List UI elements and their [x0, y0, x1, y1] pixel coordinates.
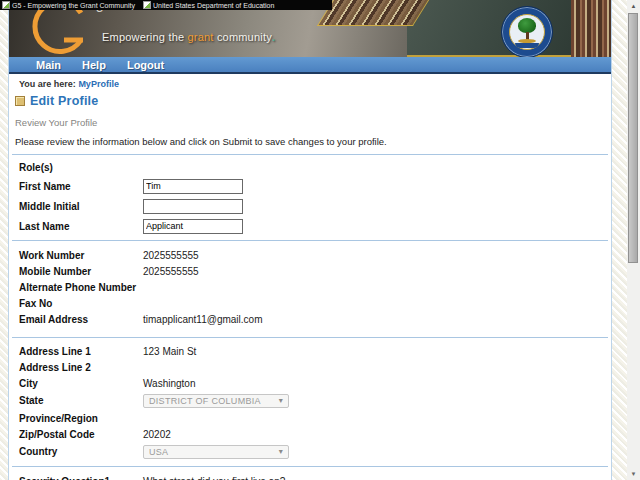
- breadcrumb-prefix: You are here:: [19, 79, 76, 89]
- field-label: Address Line 1: [19, 346, 143, 357]
- country-select-value: USA: [149, 447, 168, 457]
- field-label: Alternate Phone Number: [19, 282, 143, 293]
- g5-application-window: 5 Empowering the grant community. Main H…: [0, 0, 640, 480]
- section-heading: Review Your Profile: [9, 108, 611, 128]
- field-work-number: Work Number 2025555555: [19, 247, 611, 263]
- field-country: Country USA ▾: [19, 442, 611, 461]
- field-label: Middle Initial: [19, 201, 143, 212]
- state-select[interactable]: DISTRICT OF COLUMBIA ▾: [143, 394, 289, 408]
- title-entry-g5: G5 - Empowering the Grant Community: [2, 1, 135, 9]
- scroll-down-icon[interactable]: ▼: [627, 469, 640, 479]
- department-of-education-seal-icon: [501, 6, 553, 57]
- field-label: Work Number: [19, 250, 143, 261]
- breadcrumb: You are here: MyProfile: [9, 74, 611, 90]
- field-value: What street did you first live on?: [143, 476, 285, 480]
- main-navigation-bar: Main Help Logout: [9, 57, 611, 74]
- field-address-line-1: Address Line 1 123 Main St: [19, 343, 611, 359]
- field-zip-postal-code: Zip/Postal Code 20202: [19, 426, 611, 442]
- field-city: City Washington: [19, 375, 611, 391]
- title-entry-label: G5 - Empowering the Grant Community: [12, 2, 135, 9]
- field-label: Role(s): [19, 162, 143, 173]
- last-name-input[interactable]: [143, 219, 243, 234]
- field-label: City: [19, 378, 143, 389]
- field-value: timapplicant11@gmail.com: [143, 314, 262, 325]
- field-value: 123 Main St: [143, 346, 196, 357]
- title-entry-ed: United States Department of Education: [143, 1, 274, 9]
- seal-banner: [515, 43, 539, 48]
- broken-image-icon: [143, 1, 151, 9]
- contact-section: Work Number 2025555555 Mobile Number 202…: [9, 241, 611, 337]
- scrollbar-thumb[interactable]: [628, 13, 638, 263]
- header-tagline: Empowering the grant community.: [102, 31, 275, 43]
- tagline-post: community: [214, 31, 272, 43]
- name-section: Role(s) First Name Middle Initial Last N…: [9, 155, 611, 240]
- chalkboard-background: [407, 0, 579, 57]
- field-label: Email Address: [19, 314, 143, 325]
- page-title: Edit Profile: [30, 94, 98, 108]
- nav-item-main[interactable]: Main: [36, 59, 61, 71]
- field-mobile-number: Mobile Number 2025555555: [19, 263, 611, 279]
- main-content-column: 5 Empowering the grant community. Main H…: [8, 0, 612, 480]
- address-section: Address Line 1 123 Main St Address Line …: [9, 338, 611, 466]
- field-label: Address Line 2: [19, 362, 143, 373]
- tagline-period: .: [272, 31, 275, 43]
- field-label: Fax No: [19, 298, 143, 309]
- bullet-square-icon: [15, 96, 25, 106]
- broken-image-icon: [2, 1, 10, 9]
- tagline-pre: Empowering the: [102, 31, 188, 43]
- seal-inner-circle: [509, 14, 545, 50]
- seal-tree-foliage: [518, 18, 536, 33]
- field-value: 2025555555: [143, 250, 199, 261]
- field-label: Security Question1: [19, 476, 143, 480]
- page-title-row: Edit Profile: [9, 90, 611, 108]
- nav-item-help[interactable]: Help: [82, 59, 106, 71]
- field-label: Country: [19, 446, 143, 457]
- field-middle-initial: Middle Initial: [19, 196, 611, 216]
- field-address-line-2: Address Line 2: [19, 359, 611, 375]
- field-roles: Role(s): [19, 158, 611, 176]
- field-label: Last Name: [19, 221, 143, 232]
- title-entry-label: United States Department of Education: [153, 2, 274, 9]
- field-label: First Name: [19, 181, 143, 192]
- field-fax-no: Fax No: [19, 295, 611, 311]
- instruction-text: Please review the information below and …: [9, 128, 611, 154]
- breadcrumb-link-myprofile[interactable]: MyProfile: [78, 79, 119, 89]
- window-title-strip: G5 - Empowering the Grant Community Unit…: [0, 0, 332, 10]
- field-label: Province/Region: [19, 413, 143, 424]
- field-label: State: [19, 395, 143, 406]
- field-email-address: Email Address timapplicant11@gmail.com: [19, 311, 611, 327]
- field-province-region: Province/Region: [19, 410, 611, 426]
- nav-item-logout[interactable]: Logout: [127, 59, 164, 71]
- field-value: 2025555555: [143, 266, 199, 277]
- field-last-name: Last Name: [19, 216, 611, 236]
- vertical-scrollbar[interactable]: ▲ ▼: [627, 0, 640, 480]
- field-label: Zip/Postal Code: [19, 429, 143, 440]
- bookshelf-background: [571, 0, 611, 57]
- first-name-input[interactable]: [143, 179, 243, 194]
- g5-logo-icon: [19, 2, 99, 57]
- field-alternate-phone: Alternate Phone Number: [19, 279, 611, 295]
- field-value: Washington: [143, 378, 195, 389]
- field-first-name: First Name: [19, 176, 611, 196]
- field-state: State DISTRICT OF COLUMBIA ▾: [19, 391, 611, 410]
- state-select-value: DISTRICT OF COLUMBIA: [149, 396, 261, 406]
- chevron-down-icon: ▾: [279, 397, 283, 405]
- tagline-highlight: grant: [188, 31, 214, 43]
- country-select[interactable]: USA ▾: [143, 445, 289, 459]
- scroll-up-icon[interactable]: ▲: [627, 1, 640, 11]
- chevron-down-icon: ▾: [279, 448, 283, 456]
- field-value: 20202: [143, 429, 171, 440]
- field-security-question-1: Security Question1 What street did you f…: [19, 473, 611, 480]
- field-label: Mobile Number: [19, 266, 143, 277]
- security-section: Security Question1 What street did you f…: [9, 467, 611, 480]
- middle-initial-input[interactable]: [143, 199, 243, 214]
- bookshelf-diagonal-background: [317, 0, 429, 26]
